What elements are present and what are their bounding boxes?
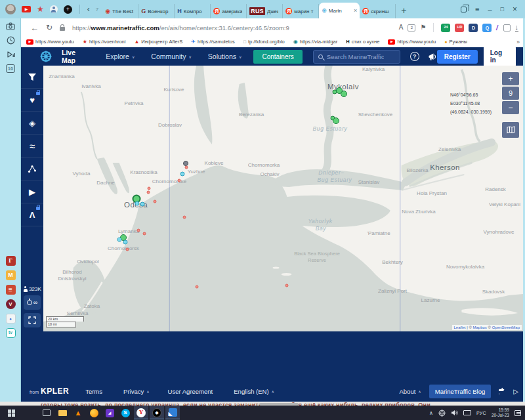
vessel-marker[interactable] <box>185 166 188 169</box>
footer-link[interactable]: Privacy∧ <box>123 388 150 395</box>
vessel-marker[interactable] <box>135 201 140 206</box>
media-play-icon[interactable] <box>7 51 15 58</box>
vessel-marker[interactable] <box>117 238 122 242</box>
window-minimize-button[interactable]: – <box>488 6 492 13</box>
vessel-marker[interactable] <box>126 248 129 251</box>
bookmark-item[interactable]: ● Ружаны <box>444 39 467 45</box>
zoom-out-button[interactable]: − <box>502 101 519 114</box>
quick-launch-icon[interactable]: ▶ <box>22 6 31 12</box>
nav-item[interactable]: Solutions ∨ <box>208 52 242 60</box>
bookmark-item[interactable]: ▲ Инфоцентр AfterS <box>134 39 182 45</box>
browser-tab[interactable]: Я марин т <box>283 4 319 18</box>
vessel-marker[interactable] <box>178 179 181 182</box>
touch-keyboard-icon[interactable] <box>463 410 471 415</box>
language-indicator[interactable]: РУС <box>476 411 486 415</box>
vessel-marker[interactable] <box>341 91 347 97</box>
taskbar-app-icon[interactable] <box>4 406 18 419</box>
screenshot-camera-icon[interactable] <box>6 22 15 30</box>
url-field[interactable]: https://www.marinetraffic.com/en/ais/hom… <box>72 24 392 32</box>
google-play-icon[interactable]: ▷ <box>513 388 518 395</box>
vessel-marker[interactable] <box>137 229 140 232</box>
vessel-marker[interactable] <box>154 200 157 203</box>
vessel-marker[interactable] <box>180 172 185 177</box>
vessel-marker[interactable] <box>147 191 150 194</box>
bookmark-item[interactable]: □ tp://kfond.org/blo <box>243 39 285 45</box>
browser-tab[interactable]: RUS Джексон <box>247 4 283 18</box>
osm-link[interactable]: OpenStreetMap <box>492 326 520 329</box>
taskbar-app-icon[interactable]: S <box>118 406 133 419</box>
quick-launch-icon[interactable] <box>50 5 58 13</box>
zoom-in-button[interactable]: + <box>502 72 519 85</box>
filters-button[interactable] <box>21 66 43 89</box>
action-center-icon[interactable] <box>514 410 521 416</box>
mapbox-link[interactable]: Mapbox <box>473 326 487 329</box>
tab-counter-badge[interactable]: 16 <box>6 64 15 73</box>
taskbar-app-icon[interactable]: Y <box>134 406 148 419</box>
routes-button[interactable] <box>21 158 43 180</box>
map-style-button[interactable] <box>502 122 519 138</box>
taskbar-app-icon[interactable]: ▲ <box>71 406 85 419</box>
extension-icon[interactable]: ↓ <box>515 24 519 32</box>
address-action-icon[interactable]: ⚑ <box>420 24 426 31</box>
taskbar-app-icon[interactable] <box>39 406 54 419</box>
sidebar-app-icon[interactable]: Г <box>6 256 16 266</box>
taskbar-app-icon[interactable]: ◢ <box>102 406 117 419</box>
bookmark-item[interactable]: ▶ https://www.youtu <box>26 39 74 45</box>
quick-launch-icon[interactable]: ★ <box>37 5 44 13</box>
about-link[interactable]: About∧ <box>400 388 421 395</box>
marinetraffic-logo[interactable] <box>39 50 52 63</box>
bookmark-item[interactable]: ✈ https://samoletos <box>191 39 234 45</box>
search-box[interactable]: Search MarineTraffic <box>313 50 400 64</box>
live-map[interactable]: ZnamiankaIvanivkaKurisovePetrivkaBerezan… <box>43 66 523 331</box>
layers-button[interactable]: ◈ <box>21 112 43 135</box>
announcements-megaphone-icon[interactable] <box>428 52 437 61</box>
window-close-button[interactable]: × <box>513 5 517 13</box>
browser-tab[interactable]: ⊕ Marin × <box>319 3 360 18</box>
tab-panel-icon[interactable] <box>461 7 467 12</box>
register-button[interactable]: Register <box>437 50 478 64</box>
extension-icon[interactable] <box>503 24 511 32</box>
volume-icon[interactable] <box>451 410 458 416</box>
network-icon[interactable] <box>438 410 446 417</box>
bookmark-item[interactable]: ◉ https://via-midgar <box>293 39 338 45</box>
tab-overflow-count[interactable]: 7 <box>96 7 98 12</box>
favorites-button[interactable]: ♥ <box>21 89 43 112</box>
browser-tab[interactable]: ◉ The Best <box>102 4 138 18</box>
taskbar-app-icon[interactable] <box>55 406 70 419</box>
fullscreen-button[interactable] <box>24 313 41 327</box>
apple-store-icon[interactable] <box>499 387 505 395</box>
address-action-icon[interactable]: 2 <box>408 24 415 32</box>
vessel-marker[interactable] <box>143 232 146 236</box>
ssl-lock-icon[interactable] <box>60 27 65 31</box>
browser-tab[interactable]: H Компро <box>175 4 211 18</box>
extension-icon[interactable]: / <box>496 24 499 31</box>
bookmark-item[interactable]: H стих о кухне <box>346 39 379 45</box>
footer-link[interactable]: English (EN)∧ <box>234 388 274 395</box>
tray-expand-chevron[interactable]: ∧ <box>429 410 433 416</box>
bookmark-item[interactable]: ▶ https://www.youtu <box>388 39 436 45</box>
blog-link[interactable]: MarineTraffic Blog <box>429 385 492 398</box>
bookmarks-overflow-chevron[interactable]: » <box>516 39 520 45</box>
sidebar-app-icon[interactable]: tv <box>6 328 16 338</box>
extension-icon[interactable]: 24 <box>441 24 450 32</box>
vessel-marker[interactable] <box>148 187 151 190</box>
history-clock-icon[interactable] <box>7 36 15 45</box>
tab-close-icon[interactable]: × <box>354 7 357 14</box>
browser-tab[interactable]: Я скринш <box>360 4 396 18</box>
vessel-marker[interactable] <box>123 240 128 245</box>
nav-item[interactable]: Community ∨ <box>151 52 192 60</box>
help-button[interactable]: ? <box>410 52 419 61</box>
vessel-marker[interactable] <box>333 117 339 124</box>
extension-icon[interactable]: HD <box>455 24 464 32</box>
taskbar-clock[interactable]: 15:59 20-Jul-23 <box>492 408 509 418</box>
extension-icon[interactable]: Q <box>482 24 492 32</box>
login-button[interactable]: Log in <box>484 46 516 67</box>
tab-back-chevron-icon[interactable]: ‹ <box>87 5 90 14</box>
time-machine-button[interactable]: ∞ <box>24 295 41 310</box>
browser-menu-icon[interactable]: ≡ <box>475 6 479 13</box>
nav-item[interactable]: Explore ∨ <box>106 52 135 60</box>
taskbar-app-icon[interactable] <box>87 406 101 419</box>
sidebar-app-icon[interactable]: ≡ <box>6 285 16 295</box>
nav-item[interactable]: Live Map <box>62 49 89 64</box>
window-maximize-button[interactable]: □ <box>501 7 504 12</box>
